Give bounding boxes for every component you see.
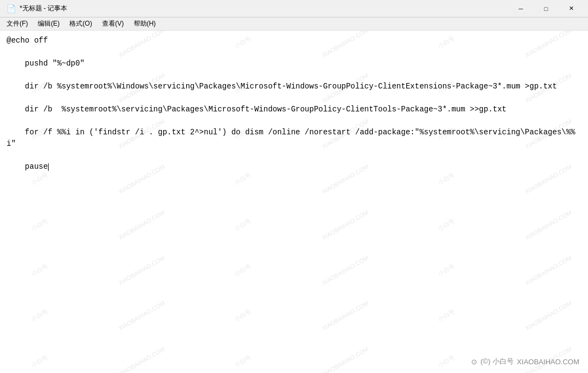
watermark-cell: 小白号 <box>0 270 96 360</box>
menu-help[interactable]: 帮助(H) <box>129 18 161 29</box>
watermark-cell: XIAOBAIHAO.COM <box>289 225 400 315</box>
watermark-cell: 小白号 <box>0 180 96 270</box>
watermark-cell: XIAOBAIHAO.COM <box>289 270 400 360</box>
watermark-cell: XIAOBAIHAO.COM <box>289 180 400 270</box>
bottom-watermark-logo: ⊙ <box>471 358 477 366</box>
watermark-cell: 小白号 <box>188 225 299 315</box>
bottom-watermark-text: XIAOBAIHAO.COM <box>517 358 579 366</box>
watermark-cell: XIAOBAIHAO.COM <box>492 225 588 315</box>
menu-view[interactable]: 查看(V) <box>98 18 128 29</box>
title-bar: 📄 *无标题 - 记事本 ─ □ ✕ <box>0 0 588 17</box>
watermark-cell: 小白号 <box>391 270 502 360</box>
watermark-cell: XIAOBAIHAO.COM <box>289 316 400 373</box>
window-title: *无标题 - 记事本 <box>20 4 67 13</box>
watermark-cell: 小白号 <box>0 225 96 315</box>
editor-content[interactable]: @echo off pushd "%~dp0" dir /b %systemro… <box>7 35 581 173</box>
watermark-cell: 小白号 <box>188 180 299 270</box>
watermark-cell: 小白号 <box>188 316 299 373</box>
watermark-cell: 小白号 <box>0 316 96 373</box>
minimize-button[interactable]: ─ <box>508 0 533 17</box>
menu-file[interactable]: 文件(F) <box>2 18 32 29</box>
watermark-cell: XIAOBAIHAO.COM <box>86 270 197 360</box>
watermark-cell: XIAOBAIHAO.COM <box>492 270 588 360</box>
watermark-cell: 小白号 <box>188 270 299 360</box>
app-icon: 📄 <box>7 4 15 13</box>
editor-area[interactable]: @echo off pushd "%~dp0" dir /b %systemro… <box>0 31 588 373</box>
title-bar-left: 📄 *无标题 - 记事本 <box>7 4 67 13</box>
watermark-cell: 小白号 <box>391 316 502 373</box>
watermark-cell: XIAOBAIHAO.COM <box>492 180 588 270</box>
menu-edit[interactable]: 编辑(E) <box>33 18 64 29</box>
menu-format[interactable]: 格式(O) <box>65 18 96 29</box>
bottom-watermark: ⊙ (©) 小白号 XIAOBAIHAO.COM <box>471 357 579 366</box>
watermark-cell: XIAOBAIHAO.COM <box>86 316 197 373</box>
watermark-cell: XIAOBAIHAO.COM <box>86 225 197 315</box>
watermark-cell: XIAOBAIHAO.COM <box>492 316 588 373</box>
maximize-button[interactable]: □ <box>533 0 559 17</box>
watermark-cell: 小白号 <box>391 180 502 270</box>
close-button[interactable]: ✕ <box>559 0 584 17</box>
watermark-cell: XIAOBAIHAO.COM <box>86 180 197 270</box>
watermark-cell: 小白号 <box>391 225 502 315</box>
title-bar-controls: ─ □ ✕ <box>508 0 584 17</box>
menu-bar: 文件(F) 编辑(E) 格式(O) 查看(V) 帮助(H) <box>0 17 588 31</box>
bottom-watermark-label: (©) 小白号 <box>480 357 514 366</box>
